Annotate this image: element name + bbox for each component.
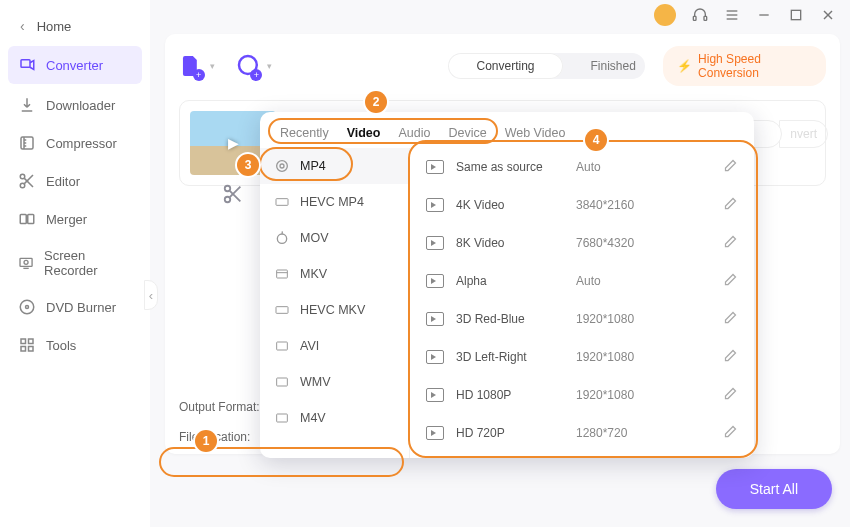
resolution-option[interactable]: 3D Left-Right1920*1080 (410, 338, 754, 376)
format-option-wmv[interactable]: WMV (260, 364, 409, 400)
resolution-value: Auto (576, 160, 711, 174)
svg-point-27 (225, 186, 231, 192)
edit-preset-icon[interactable] (723, 196, 738, 214)
resolution-name: 3D Left-Right (456, 350, 564, 364)
close-icon[interactable] (820, 7, 836, 23)
resolution-option[interactable]: Same as sourceAuto (410, 148, 754, 186)
status-tabs: Converting Finished (448, 53, 645, 79)
back-home[interactable]: ‹ Home (0, 8, 150, 44)
menu-icon[interactable] (724, 7, 740, 23)
sidebar-item-tools[interactable]: Tools (0, 326, 150, 364)
high-speed-badge[interactable]: ⚡High Speed Conversion (663, 46, 826, 86)
svg-rect-40 (277, 342, 288, 350)
sidebar-item-compressor[interactable]: Compressor (0, 124, 150, 162)
hevc-icon (274, 194, 290, 210)
headset-icon[interactable] (692, 7, 708, 23)
format-list: MP4 HEVC MP4 MOV MKV HEVC MKV AVI WMV M4… (260, 148, 410, 458)
fmt-tab-device[interactable]: Device (448, 126, 486, 140)
video-badge-icon (426, 236, 444, 250)
svg-point-34 (280, 164, 284, 168)
film-icon (274, 338, 290, 354)
video-badge-icon (426, 350, 444, 364)
edit-preset-icon[interactable] (723, 234, 738, 252)
format-option-m4v[interactable]: M4V (260, 400, 409, 436)
apple-icon (274, 230, 290, 246)
resolution-option[interactable]: HD 1080P1920*1080 (410, 376, 754, 414)
svg-rect-25 (29, 347, 34, 352)
sidebar: ‹ Home Converter Downloader Compressor E… (0, 0, 150, 527)
svg-rect-9 (21, 60, 30, 68)
merger-icon (18, 210, 36, 228)
sidebar-item-downloader[interactable]: Downloader (0, 86, 150, 124)
resolution-value: 1920*1080 (576, 350, 711, 364)
resolution-option[interactable]: HD 720P1280*720 (410, 414, 754, 452)
resolution-value: 1280*720 (576, 426, 711, 440)
sidebar-item-screen-recorder[interactable]: Screen Recorder (0, 238, 150, 288)
start-all-button[interactable]: Start All (716, 469, 832, 509)
resolution-list: Same as sourceAuto4K Video3840*21608K Vi… (410, 148, 754, 458)
resolution-option[interactable]: AlphaAuto (410, 262, 754, 300)
sidebar-item-label: Screen Recorder (44, 248, 132, 278)
sidebar-item-merger[interactable]: Merger (0, 200, 150, 238)
recorder-icon (18, 254, 34, 272)
sidebar-item-dvd-burner[interactable]: DVD Burner (0, 288, 150, 326)
video-badge-icon (426, 388, 444, 402)
tab-converting[interactable]: Converting (448, 53, 562, 79)
svg-point-20 (20, 300, 34, 314)
edit-preset-icon[interactable] (723, 424, 738, 442)
edit-preset-icon[interactable] (723, 310, 738, 328)
format-option-mp4[interactable]: MP4 (260, 148, 409, 184)
resolution-value: 1920*1080 (576, 388, 711, 402)
fmt-tab-audio[interactable]: Audio (398, 126, 430, 140)
video-badge-icon (426, 274, 444, 288)
collapse-sidebar-button[interactable]: ‹ (144, 280, 158, 310)
resolution-value: 7680*4320 (576, 236, 711, 250)
user-avatar[interactable] (654, 4, 676, 26)
svg-rect-0 (693, 16, 696, 20)
resolution-name: 8K Video (456, 236, 564, 250)
resolution-option[interactable]: 3D Red-Blue1920*1080 (410, 300, 754, 338)
format-option-mkv[interactable]: MKV (260, 256, 409, 292)
add-file-button[interactable]: +▾ (179, 53, 203, 79)
resolution-name: HD 720P (456, 426, 564, 440)
film-icon (274, 266, 290, 282)
format-option-mov[interactable]: MOV (260, 220, 409, 256)
fmt-tab-recently[interactable]: Recently (280, 126, 329, 140)
format-option-avi[interactable]: AVI (260, 328, 409, 364)
resolution-value: Auto (576, 274, 711, 288)
resolution-name: Same as source (456, 160, 564, 174)
edit-preset-icon[interactable] (723, 272, 738, 290)
svg-point-21 (26, 306, 29, 309)
sidebar-item-editor[interactable]: Editor (0, 162, 150, 200)
svg-rect-35 (276, 199, 288, 206)
format-option-hevc-mkv[interactable]: HEVC MKV (260, 292, 409, 328)
edit-preset-icon[interactable] (723, 158, 738, 176)
resolution-name: Alpha (456, 274, 564, 288)
edit-preset-icon[interactable] (723, 386, 738, 404)
svg-point-12 (20, 183, 25, 188)
sidebar-item-label: Downloader (46, 98, 115, 113)
file-location-label: File Location: (179, 430, 265, 444)
video-badge-icon (426, 312, 444, 326)
format-option-hevc-mp4[interactable]: HEVC MP4 (260, 184, 409, 220)
edit-preset-icon[interactable] (723, 348, 738, 366)
svg-rect-39 (276, 307, 288, 314)
minimize-icon[interactable] (756, 7, 772, 23)
svg-rect-10 (21, 137, 33, 149)
convert-button[interactable]: nvert (779, 120, 828, 148)
video-badge-icon (426, 198, 444, 212)
add-url-button[interactable]: +▾ (237, 53, 261, 79)
resolution-option[interactable]: 4K Video3840*2160 (410, 186, 754, 224)
maximize-icon[interactable] (788, 7, 804, 23)
fmt-tab-video[interactable]: Video (347, 126, 381, 140)
fmt-tab-web-video[interactable]: Web Video (505, 126, 566, 140)
converter-panel: +▾ +▾ Converting Finished ⚡High Speed Co… (165, 34, 840, 454)
sidebar-item-label: DVD Burner (46, 300, 116, 315)
sidebar-item-converter[interactable]: Converter (8, 46, 142, 84)
format-dropdown-panel: Recently Video Audio Device Web Video MP… (260, 112, 754, 458)
resolution-name: 4K Video (456, 198, 564, 212)
svg-rect-37 (277, 270, 288, 278)
svg-rect-23 (29, 339, 34, 344)
tab-finished[interactable]: Finished (563, 53, 646, 79)
resolution-option[interactable]: 8K Video7680*4320 (410, 224, 754, 262)
